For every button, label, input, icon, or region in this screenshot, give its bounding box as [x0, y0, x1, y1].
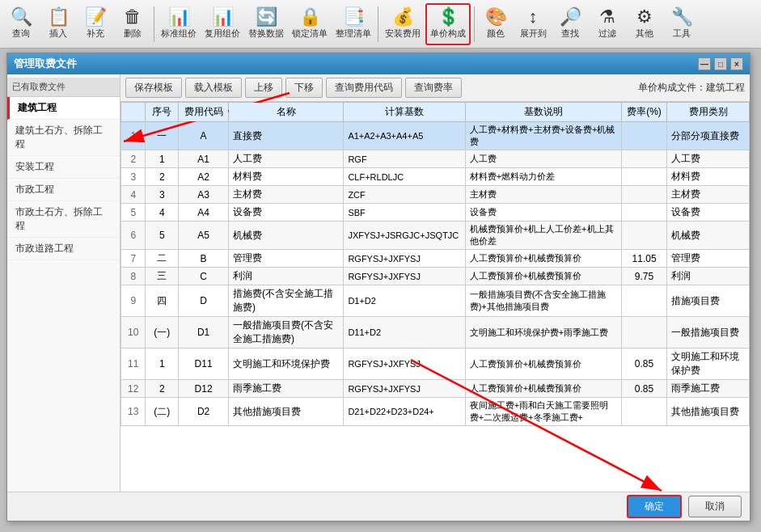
query-rate-button[interactable]: 查询费率 [405, 78, 462, 98]
cell-no: 13 [121, 398, 146, 426]
sort-list-icon: 📑 [343, 8, 365, 26]
toolbar-insert[interactable]: 📋 插入 [40, 3, 76, 45]
cell-name: 其他措施项目费 [229, 398, 344, 426]
minimize-button[interactable]: — [698, 57, 711, 70]
table-row[interactable]: 13 (二) D2 其他措施项目费 D21+D22+D23+D24+ 夜间施工费… [121, 398, 750, 426]
dialog-title: 管理取费文件 [14, 57, 77, 71]
col-type: 费用类别 [667, 103, 750, 122]
cell-code: D11 [179, 348, 229, 380]
toolbar-replace-data[interactable]: 🔄 替换数据 [245, 3, 287, 45]
dialog-titlebar: 管理取费文件 — □ × [7, 53, 750, 74]
cell-type: 设备费 [667, 204, 750, 222]
query-cost-code-button[interactable]: 查询费用代码 [326, 78, 402, 98]
save-template-button[interactable]: 保存模板 [125, 78, 182, 98]
delete-icon: 🗑 [124, 8, 142, 26]
maximize-button[interactable]: □ [714, 57, 727, 70]
col-name: 名称 [229, 103, 344, 122]
toolbar-install-cost[interactable]: 💰 安装费用 [382, 3, 424, 45]
toolbar-lock-list[interactable]: 🔒 锁定清单 [289, 3, 331, 45]
cell-rate: 11.05 [621, 250, 667, 268]
cell-base: RGFYSJ+JXFYSJ [344, 380, 465, 398]
table-row[interactable]: 11 1 D11 文明施工和环境保护费 RGFYSJ+JXFYSJ 人工费预算价… [121, 348, 750, 380]
toolbar-filter[interactable]: ⚗ 过滤 [590, 3, 625, 45]
sidebar-item-install[interactable]: 安装工程 [7, 156, 120, 179]
cell-type: 雨季施工费 [667, 380, 750, 398]
toolbar-expand[interactable]: ↕ 展开到 [515, 3, 551, 45]
table-row[interactable]: 9 四 D 措施费(不含安全施工措施费) D1+D2 一般措施项目费(不含安全施… [121, 285, 750, 317]
table-row[interactable]: 7 二 B 管理费 RGFYSJ+JXFYSJ 人工费预算价+机械费预算价 11… [121, 250, 750, 268]
cell-code: A3 [179, 186, 229, 204]
toolbar-reuse-group[interactable]: 📊 复用组价 [201, 3, 243, 45]
cell-no: 2 [121, 150, 146, 168]
toolbar-unit-price[interactable]: 💲 单价构成 [425, 3, 471, 45]
toolbar-supplement[interactable]: 📝 补充 [78, 3, 113, 45]
cell-base: RGFYSJ+JXFYSJ [344, 348, 465, 380]
sidebar-item-municipal-earth[interactable]: 市政土石方、拆除工程 [7, 201, 120, 238]
table-row[interactable]: 12 2 D12 雨季施工费 RGFYSJ+JXFYSJ 人工费预算价+机械费预… [121, 380, 750, 398]
cell-base-desc: 人工费预算价+机械费预算价 [465, 250, 621, 268]
toolbar-standard-group[interactable]: 📊 标准组价 [158, 3, 200, 45]
sidebar-item-earthwork[interactable]: 建筑土石方、拆除工程 [7, 120, 120, 156]
table-row[interactable]: 4 3 A3 主材费 ZCF 主材费 主材费 [121, 186, 750, 204]
table-row[interactable]: 1 一 A 直接费 A1+A2+A3+A4+A5 人工费+材料费+主材费+设备费… [121, 122, 750, 150]
cell-name: 雨季施工费 [229, 380, 344, 398]
table-row[interactable]: 2 1 A1 人工费 RGF 人工费 人工费 [121, 150, 750, 168]
sidebar-item-road[interactable]: 市政道路工程 [7, 238, 120, 260]
col-base-desc: 基数说明 [465, 103, 621, 122]
move-down-button[interactable]: 下移 [285, 78, 323, 98]
cell-name: 人工费 [229, 150, 344, 168]
cell-no: 1 [121, 122, 146, 150]
toolbar-find[interactable]: 🔎 查找 [552, 3, 588, 45]
toolbar-tools[interactable]: 🔧 工具 [664, 3, 700, 45]
toolbar-delete[interactable]: 🗑 删除 [115, 3, 150, 45]
cell-type: 文明施工和环境保护费 [667, 348, 750, 380]
toolbar-sort-list[interactable]: 📑 整理清单 [332, 3, 374, 45]
cell-type: 人工费 [667, 150, 750, 168]
query-icon: 🔍 [11, 8, 32, 26]
cell-seq: 三 [146, 268, 179, 285]
table-row[interactable]: 6 5 A5 机械费 JXFYSJ+JSRGJC+JSQTJC 机械费预算价+机… [121, 222, 750, 250]
cell-base-desc: 夜间施工费+雨和白天施工需要照明费+二次搬运费+冬季施工费+ [465, 398, 621, 426]
col-base: 计算基数 [344, 103, 465, 122]
cell-name: 利润 [229, 268, 344, 285]
replace-data-icon: 🔄 [256, 8, 277, 26]
move-up-button[interactable]: 上移 [245, 78, 282, 98]
cell-seq: 4 [146, 204, 179, 222]
cell-base-desc: 人工费预算价+机械费预算价 [465, 348, 621, 380]
cell-no: 6 [121, 222, 146, 250]
cell-rate [621, 398, 667, 426]
cell-base-desc: 人工费预算价+机械费预算价 [465, 268, 621, 285]
cell-base: D1+D2 [344, 285, 465, 317]
toolbar-color[interactable]: 🎨 颜色 [478, 3, 514, 45]
table-row[interactable]: 10 (一) D1 一般措施项目费(不含安全施工措施费) D11+D2 文明施工… [121, 317, 750, 348]
cell-rate: 9.75 [621, 268, 667, 285]
sidebar-item-municipal[interactable]: 市政工程 [7, 179, 120, 201]
table-row[interactable]: 5 4 A4 设备费 SBF 设备费 设备费 [121, 204, 750, 222]
table-header-row: 序号 费用代码 名称 计算基数 基数说明 费率(%) 费用类别 [121, 103, 750, 122]
load-template-button[interactable]: 载入模板 [185, 78, 242, 98]
dialog-title-buttons: — □ × [698, 57, 743, 70]
toolbar-other[interactable]: ⚙ 其他 [627, 3, 662, 45]
table-row[interactable]: 8 三 C 利润 RGFYSJ+JXFYSJ 人工费预算价+机械费预算价 9.7… [121, 268, 750, 285]
cell-base-desc: 材料费+燃料动力价差 [465, 168, 621, 186]
cell-base: RGFYSJ+JXFYSJ [344, 250, 465, 268]
insert-icon: 📋 [48, 8, 70, 26]
cell-no: 11 [121, 348, 146, 380]
main-toolbar: 🔍 查询 📋 插入 📝 补充 🗑 删除 📊 标准组价 📊 复用组价 🔄 替换数据… [0, 0, 761, 49]
close-button[interactable]: × [730, 57, 743, 70]
cell-no: 8 [121, 268, 146, 285]
cell-base: RGFYSJ+JXFYSJ [344, 268, 465, 285]
cell-no: 3 [121, 168, 146, 186]
cell-rate [621, 285, 667, 317]
confirm-button[interactable]: 确定 [627, 495, 682, 518]
table-row[interactable]: 3 2 A2 材料费 CLF+RLDLJC 材料费+燃料动力价差 材料费 [121, 168, 750, 186]
cell-no: 7 [121, 250, 146, 268]
cell-seq: 一 [146, 122, 179, 150]
sidebar-item-construction[interactable]: 建筑工程 [7, 97, 120, 120]
toolbar-query[interactable]: 🔍 查询 [3, 3, 39, 45]
cell-code: A1 [179, 150, 229, 168]
cell-no: 12 [121, 380, 146, 398]
cell-type: 机械费 [667, 222, 750, 250]
cell-name: 设备费 [229, 204, 344, 222]
cancel-button[interactable]: 取消 [688, 496, 742, 517]
